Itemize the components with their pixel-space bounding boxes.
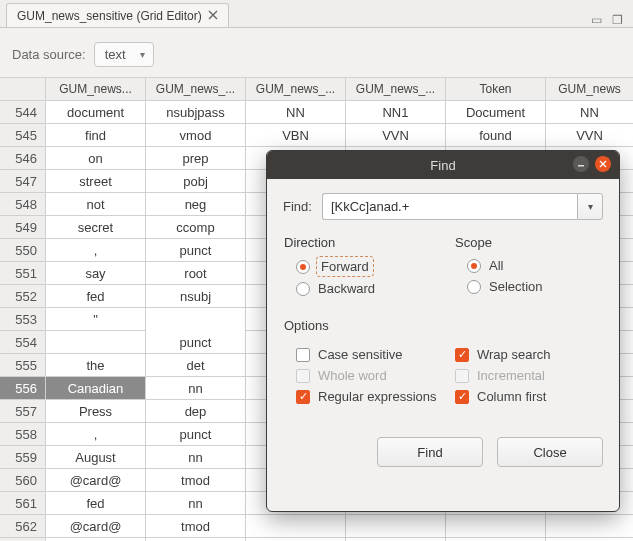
grid-cell[interactable]: find [46,124,146,147]
grid-cell[interactable]: @card@ [46,469,146,492]
minimize-icon[interactable]: ▭ [591,13,602,27]
row-number[interactable]: 553 [0,308,46,331]
row-number[interactable]: 554 [0,331,46,354]
grid-cell[interactable]: nn [146,446,246,469]
grid-cell[interactable]: NN [546,101,633,124]
row-number[interactable]: 557 [0,400,46,423]
grid-cell[interactable] [346,515,446,538]
dialog-titlebar[interactable]: Find [267,151,619,179]
grid-cell[interactable]: ccomp [146,216,246,239]
grid-cell[interactable]: VVN [346,124,446,147]
grid-cell[interactable]: fed [46,285,146,308]
row-number[interactable]: 555 [0,354,46,377]
grid-cell[interactable]: say [46,262,146,285]
option-column-first[interactable]: Column first [455,389,602,404]
grid-cell[interactable]: tmod [146,469,246,492]
grid-cell[interactable]: Document [446,101,546,124]
row-number[interactable]: 558 [0,423,46,446]
grid-cell[interactable]: document [46,101,146,124]
grid-cell[interactable]: not [46,193,146,216]
minimize-icon[interactable] [573,156,589,172]
editor-tab[interactable]: GUM_news_sensitive (Grid Editor) [6,3,229,27]
grid-cell[interactable]: prep [146,147,246,170]
row-number[interactable]: 560 [0,469,46,492]
row-number[interactable]: 551 [0,262,46,285]
row-number[interactable]: 550 [0,239,46,262]
grid-cell[interactable] [546,515,633,538]
direction-forward[interactable]: Forward [296,258,431,275]
grid-cell[interactable]: punct [146,423,246,446]
grid-cell[interactable]: nsubjpass [146,101,246,124]
col-header[interactable]: Token [446,78,546,101]
grid-cell[interactable]: on [46,147,146,170]
grid-cell[interactable]: Press [46,400,146,423]
grid-cell[interactable]: @card@ [46,515,146,538]
grid-cell[interactable]: tmod [146,515,246,538]
col-header[interactable]: GUM_news... [46,78,146,101]
grid-cell[interactable]: det [146,354,246,377]
grid-cell[interactable]: " [46,308,146,331]
grid-cell[interactable]: neg [146,193,246,216]
row-number[interactable]: 547 [0,170,46,193]
table-row[interactable]: 544documentnsubjpassNNNN1DocumentNN [0,101,633,124]
checkbox-icon [296,348,310,362]
col-header[interactable]: GUM_news_... [246,78,346,101]
grid-cell[interactable]: punct [146,331,246,354]
grid-cell[interactable]: nn [146,492,246,515]
close-icon[interactable] [595,156,611,172]
row-number[interactable]: 561 [0,492,46,515]
close-button[interactable]: Close [497,437,603,467]
option-case-sensitive[interactable]: Case sensitive [296,347,443,362]
grid-cell[interactable]: VBN [246,124,346,147]
grid-cell[interactable]: NN [246,101,346,124]
find-input[interactable] [322,193,577,220]
grid-cell[interactable]: , [46,239,146,262]
maximize-icon[interactable]: ❐ [612,13,623,27]
grid-header: GUM_news... GUM_news_... GUM_news_... GU… [0,78,633,101]
option-regex[interactable]: Regular expressions [296,389,443,404]
grid-cell[interactable] [146,308,246,331]
row-number[interactable]: 559 [0,446,46,469]
grid-cell[interactable]: the [46,354,146,377]
data-source-select[interactable]: text ▾ [94,42,154,67]
grid-cell[interactable]: August [46,446,146,469]
grid-cell[interactable]: secret [46,216,146,239]
direction-backward[interactable]: Backward [296,281,431,296]
grid-cell[interactable]: nn [146,377,246,400]
find-history-dropdown[interactable]: ▾ [577,193,603,220]
close-icon[interactable] [208,8,218,23]
grid-cell[interactable]: vmod [146,124,246,147]
grid-cell[interactable]: street [46,170,146,193]
grid-cell[interactable]: pobj [146,170,246,193]
row-number[interactable]: 544 [0,101,46,124]
row-number[interactable]: 552 [0,285,46,308]
grid-cell[interactable]: root [146,262,246,285]
grid-cell[interactable]: VVN [546,124,633,147]
row-number[interactable]: 562 [0,515,46,538]
grid-cell[interactable]: fed [46,492,146,515]
grid-cell[interactable] [46,331,146,354]
grid-cell[interactable]: , [46,423,146,446]
col-header[interactable]: GUM_news_... [346,78,446,101]
row-number[interactable]: 546 [0,147,46,170]
scope-selection[interactable]: Selection [467,279,602,294]
grid-cell[interactable]: found [446,124,546,147]
row-number[interactable]: 556 [0,377,46,400]
table-row[interactable]: 545findvmodVBNVVNfoundVVN [0,124,633,147]
grid-cell[interactable]: NN1 [346,101,446,124]
grid-cell[interactable] [246,515,346,538]
grid-cell[interactable]: nsubj [146,285,246,308]
grid-cell[interactable] [446,515,546,538]
grid-cell[interactable]: dep [146,400,246,423]
scope-all[interactable]: All [467,258,602,273]
grid-cell[interactable]: Canadian [46,377,146,400]
col-header[interactable]: GUM_news [546,78,633,101]
option-wrap[interactable]: Wrap search [455,347,602,362]
table-row[interactable]: 562@card@tmod [0,515,633,538]
col-header[interactable]: GUM_news_... [146,78,246,101]
row-number[interactable]: 548 [0,193,46,216]
row-number[interactable]: 545 [0,124,46,147]
row-number[interactable]: 549 [0,216,46,239]
find-button[interactable]: Find [377,437,483,467]
grid-cell[interactable]: punct [146,239,246,262]
